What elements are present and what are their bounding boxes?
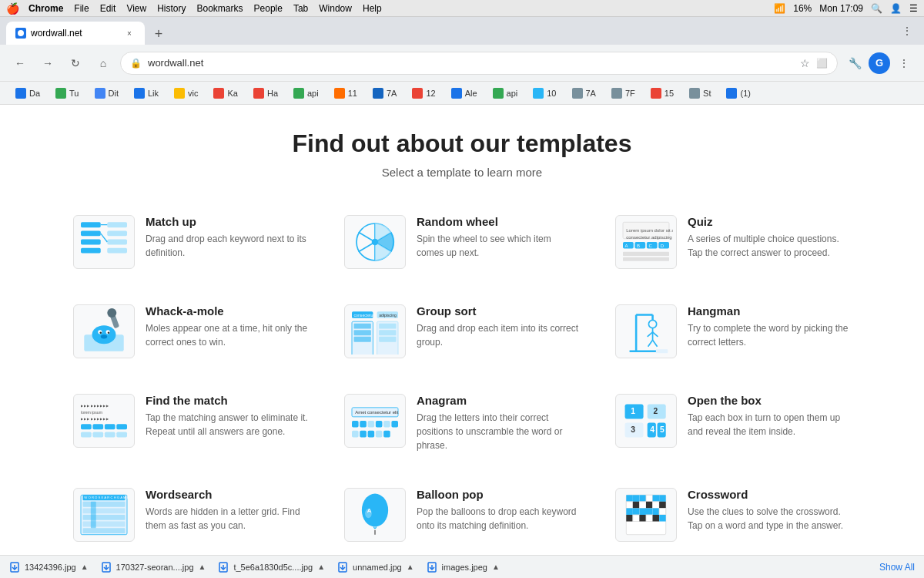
new-tab-button[interactable]: + bbox=[148, 23, 169, 45]
download-arrow-0[interactable]: ▲ bbox=[81, 563, 89, 571]
menubar-edit[interactable]: Edit bbox=[100, 3, 116, 14]
extensions-button[interactable]: 🔧 bbox=[844, 52, 865, 74]
template-name-find-the-match: Find the match bbox=[146, 394, 309, 407]
menubar-people[interactable]: People bbox=[254, 3, 283, 14]
bookmark-st[interactable]: St bbox=[683, 85, 717, 102]
home-button[interactable]: ⌂ bbox=[92, 52, 114, 74]
bookmark-12[interactable]: 12 bbox=[406, 85, 441, 102]
customize-button[interactable]: ⋮ bbox=[896, 20, 918, 42]
download-file-icon-4 bbox=[427, 562, 437, 573]
active-tab[interactable]: wordwall.net × bbox=[6, 22, 145, 45]
bookmark-api1[interactable]: api bbox=[287, 85, 325, 102]
template-thumb-wordsearch: W O R D S E A R C H G A M E bbox=[73, 488, 135, 542]
download-item-1[interactable]: 170327-seoran....jpg ▲ bbox=[101, 562, 206, 573]
template-match-up[interactable]: Match up Drag and drop each keyword next… bbox=[62, 203, 320, 281]
template-crossword[interactable]: Crossword Use the clues to solve the cro… bbox=[604, 476, 862, 553]
menubar-view[interactable]: View bbox=[126, 3, 146, 14]
bookmark-7f[interactable]: 7F bbox=[605, 85, 641, 102]
bookmark-ale[interactable]: Ale bbox=[445, 85, 484, 102]
template-name-crossword: Crossword bbox=[688, 488, 851, 501]
chrome-menu-button[interactable]: ⋮ bbox=[893, 52, 915, 74]
forward-button[interactable]: → bbox=[37, 52, 59, 74]
search-icon[interactable]: 🔍 bbox=[871, 3, 882, 14]
svg-text:A: A bbox=[625, 244, 628, 248]
time-display: Mon 17:09 bbox=[819, 3, 863, 14]
template-open-the-box[interactable]: 1 2 3 4 5 Open the box Tap each box in t… bbox=[604, 382, 862, 464]
template-info-hangman: Hangman Try to complete the word by pick… bbox=[688, 304, 851, 349]
cast-icon[interactable]: ⬜ bbox=[816, 58, 828, 69]
svg-rect-93 bbox=[83, 502, 126, 507]
template-desc-open-the-box: Tap each box in turn to open them up and… bbox=[688, 411, 851, 439]
bookmark-11-icon bbox=[334, 88, 345, 99]
svg-rect-62 bbox=[92, 424, 103, 429]
download-item-0[interactable]: 13424396.jpg ▲ bbox=[9, 562, 89, 573]
download-item-4[interactable]: images.jpeg ▲ bbox=[427, 562, 500, 573]
bookmark-ha-icon bbox=[253, 88, 264, 99]
apple-menu[interactable]: 🍎 bbox=[6, 2, 19, 15]
bookmark-7a2[interactable]: 7A bbox=[566, 85, 602, 102]
svg-rect-4 bbox=[107, 230, 127, 236]
tab-close-button[interactable]: × bbox=[123, 27, 136, 39]
url-bar[interactable]: 🔒 wordwall.net ☆ ⬜ bbox=[120, 52, 838, 75]
svg-rect-2 bbox=[107, 222, 127, 227]
bookmark-lik[interactable]: Lik bbox=[128, 85, 165, 102]
download-arrow-2[interactable]: ▲ bbox=[317, 563, 325, 571]
bookmark-1[interactable]: (1) bbox=[720, 85, 756, 102]
addressbar-right: 🔧 G ⋮ bbox=[844, 52, 915, 74]
bookmark-15[interactable]: 15 bbox=[644, 85, 680, 102]
template-quiz[interactable]: Lorem ipsum dolor sit amet, consectetur … bbox=[604, 203, 862, 281]
template-thumb-whack-a-mole bbox=[73, 304, 135, 358]
svg-rect-45 bbox=[379, 330, 396, 335]
bookmark-11[interactable]: 11 bbox=[328, 85, 363, 102]
template-balloon-pop[interactable]: A Balloon pop Pop the balloons to drop e… bbox=[333, 476, 591, 553]
bookmark-1-icon bbox=[726, 88, 737, 99]
svg-rect-67 bbox=[105, 432, 116, 438]
reload-button[interactable]: ↻ bbox=[65, 52, 86, 74]
addressbar: ← → ↻ ⌂ 🔒 wordwall.net ☆ ⬜ 🔧 G ⋮ bbox=[0, 45, 924, 82]
show-all-button[interactable]: Show All bbox=[879, 562, 915, 573]
template-whack-a-mole[interactable]: Whack-a-mole Moles appear one at a time,… bbox=[62, 293, 320, 370]
download-arrow-1[interactable]: ▲ bbox=[199, 563, 206, 571]
bookmark-tu[interactable]: Tu bbox=[49, 85, 85, 102]
download-item-3[interactable]: unnamed.jpg ▲ bbox=[337, 562, 414, 573]
bookmark-ka[interactable]: Ka bbox=[207, 85, 243, 102]
back-button[interactable]: ← bbox=[9, 52, 31, 74]
bookmark-api2-icon bbox=[493, 88, 504, 99]
template-wordsearch[interactable]: W O R D S E A R C H G A M E Wordsearch W… bbox=[62, 476, 320, 553]
bookmark-7a1[interactable]: 7A bbox=[367, 85, 403, 102]
profile-icon[interactable]: 👤 bbox=[890, 3, 902, 14]
template-anagram[interactable]: Amet consectetur elit Anagram Drag the l bbox=[333, 382, 591, 464]
bookmark-10[interactable]: 10 bbox=[527, 85, 562, 102]
menu-icon[interactable]: ☰ bbox=[909, 3, 918, 14]
download-arrow-4[interactable]: ▲ bbox=[492, 563, 500, 571]
template-find-the-match[interactable]: ▶ ▶ ▶ ▶ ▶ ▶ ▶ ▶ ▶ lorem ipsum ▶ ▶ ▶ ▶ ▶ … bbox=[62, 382, 320, 464]
menubar-history[interactable]: History bbox=[157, 3, 186, 14]
bookmark-vic[interactable]: vic bbox=[168, 85, 204, 102]
bookmark-dit-icon bbox=[95, 88, 105, 99]
bookmark-api2[interactable]: api bbox=[487, 85, 524, 102]
template-name-open-the-box: Open the box bbox=[688, 394, 851, 407]
svg-rect-96 bbox=[83, 522, 126, 527]
menubar-bookmarks[interactable]: Bookmarks bbox=[197, 3, 243, 14]
template-group-sort[interactable]: consectetur adipiscing Group sort Drag a… bbox=[333, 293, 591, 370]
wifi-icon: 📶 bbox=[774, 3, 785, 14]
bookmark-star-icon[interactable]: ☆ bbox=[800, 57, 810, 69]
bookmark-ha[interactable]: Ha bbox=[247, 85, 284, 102]
tab-title: wordwall.net bbox=[31, 28, 119, 39]
template-random-wheel[interactable]: Random wheel Spin the wheel to see which… bbox=[333, 203, 591, 281]
bookmark-da[interactable]: Da bbox=[9, 85, 46, 102]
menubar-app[interactable]: Chrome bbox=[28, 3, 63, 14]
svg-rect-44 bbox=[379, 324, 396, 329]
menubar-help[interactable]: Help bbox=[363, 3, 382, 14]
menubar-file[interactable]: File bbox=[74, 3, 89, 14]
download-item-2[interactable]: t_5e6a1830d5c....jpg ▲ bbox=[218, 562, 325, 573]
template-hangman[interactable]: Hangman Try to complete the word by pick… bbox=[604, 293, 862, 370]
menubar-tab[interactable]: Tab bbox=[293, 3, 308, 14]
bookmark-dit[interactable]: Dit bbox=[89, 85, 125, 102]
template-name-whack-a-mole: Whack-a-mole bbox=[146, 304, 309, 318]
profile-button[interactable]: G bbox=[869, 52, 890, 74]
svg-rect-80 bbox=[376, 431, 383, 438]
menubar-window[interactable]: Window bbox=[319, 3, 352, 14]
download-arrow-3[interactable]: ▲ bbox=[407, 563, 414, 571]
template-desc-hangman: Try to complete the word by picking the … bbox=[688, 321, 851, 349]
